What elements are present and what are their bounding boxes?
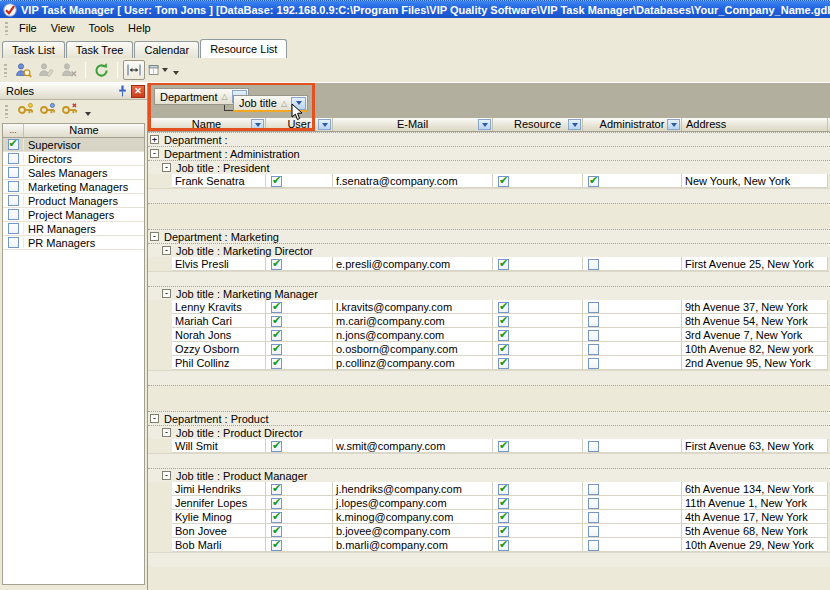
cell-user[interactable]	[266, 356, 333, 370]
department-group-row[interactable]: +Department :	[148, 132, 830, 146]
administrator-checkbox[interactable]	[588, 344, 599, 355]
user-checkbox[interactable]	[271, 176, 282, 187]
cell-resource[interactable]	[493, 356, 583, 370]
administrator-checkbox[interactable]	[588, 441, 599, 452]
tab-calendar[interactable]: Calendar	[134, 41, 199, 58]
column-header-name[interactable]: Name	[148, 118, 266, 131]
cell-administrator[interactable]	[583, 510, 682, 524]
cell-administrator[interactable]	[583, 524, 682, 538]
cell-email[interactable]: p.collinz@company.com	[333, 356, 493, 370]
menu-grip[interactable]	[5, 22, 8, 35]
cell-administrator[interactable]	[583, 174, 682, 188]
resource-row[interactable]: Ozzy Osborno.osborn@company.com10th Aven…	[148, 342, 830, 356]
menu-tools[interactable]: Tools	[81, 20, 121, 36]
cell-name[interactable]: Elvis Presli	[172, 257, 266, 271]
cell-name[interactable]: Phil Collinz	[172, 356, 266, 370]
user-checkbox[interactable]	[271, 441, 282, 452]
role-list-item[interactable]: Sales Managers	[3, 166, 144, 180]
cell-name[interactable]: Kylie Minog	[172, 510, 266, 524]
tab-task-list[interactable]: Task List	[2, 41, 65, 58]
expand-icon[interactable]: +	[150, 135, 159, 144]
role-list-item[interactable]: Project Managers	[3, 208, 144, 222]
cell-administrator[interactable]	[583, 356, 682, 370]
cell-email[interactable]: j.hendriks@company.com	[333, 482, 493, 496]
resource-row[interactable]: Jimi Hendriksj.hendriks@company.com6th A…	[148, 482, 830, 496]
cell-resource[interactable]	[493, 538, 583, 552]
role-checkbox[interactable]	[8, 209, 19, 220]
resource-checkbox[interactable]	[498, 441, 509, 452]
role-list-item[interactable]: HR Managers	[3, 222, 144, 236]
roles-overflow-icon[interactable]	[85, 112, 91, 116]
cell-administrator[interactable]	[583, 482, 682, 496]
resource-checkbox[interactable]	[498, 526, 509, 537]
close-icon[interactable]: ✕	[131, 85, 145, 98]
cell-administrator[interactable]	[583, 439, 682, 453]
user-checkbox[interactable]	[271, 498, 282, 509]
column-filter-dropdown-icon[interactable]	[251, 119, 264, 130]
resource-row[interactable]: Kylie Minogk.minog@company.com4th Avenue…	[148, 510, 830, 524]
resource-row[interactable]: Bon Joveeb.jovee@company.com5th Avenue 6…	[148, 524, 830, 538]
collapse-icon[interactable]: -	[162, 289, 171, 298]
pin-icon[interactable]	[115, 84, 129, 98]
cell-address[interactable]: 11th Avenue 1, New York	[682, 496, 828, 510]
cell-address[interactable]: 5th Avenue 68, New York	[682, 524, 828, 538]
cell-user[interactable]	[266, 300, 333, 314]
delete-role-icon[interactable]	[61, 102, 78, 120]
cell-email[interactable]: b.marli@company.com	[333, 538, 493, 552]
column-header-user[interactable]: User	[266, 118, 333, 131]
column-header-address[interactable]: Address	[682, 118, 828, 131]
cell-user[interactable]	[266, 328, 333, 342]
cell-email[interactable]: b.jovee@company.com	[333, 524, 493, 538]
cell-name[interactable]: Norah Jons	[172, 328, 266, 342]
cell-address[interactable]: 8th Avenue 54, New York	[682, 314, 828, 328]
resource-checkbox[interactable]	[498, 512, 509, 523]
cell-address[interactable]: 6th Avenue 134, New York	[682, 482, 828, 496]
roles-toolbar-grip[interactable]	[5, 105, 8, 118]
toolbar-grip[interactable]	[4, 64, 7, 77]
department-group-row[interactable]: -Department : Marketing	[148, 229, 830, 243]
cell-email[interactable]: j.lopes@company.com	[333, 496, 493, 510]
resource-row[interactable]: Mariah Carim.cari@company.com8th Avenue …	[148, 314, 830, 328]
role-list-item[interactable]: Directors	[3, 152, 144, 166]
role-checkbox[interactable]	[8, 195, 19, 206]
job-title-group-row[interactable]: -Job title : Marketing Director	[148, 243, 830, 257]
resource-checkbox[interactable]	[498, 302, 509, 313]
cell-user[interactable]	[266, 342, 333, 356]
role-checkbox[interactable]	[8, 181, 19, 192]
user-checkbox[interactable]	[271, 259, 282, 270]
resource-checkbox[interactable]	[498, 176, 509, 187]
collapse-icon[interactable]: -	[150, 232, 159, 241]
column-header-email[interactable]: E-Mail	[333, 118, 493, 131]
cell-resource[interactable]	[493, 496, 583, 510]
cell-resource[interactable]	[493, 439, 583, 453]
cell-name[interactable]: Will Smit	[172, 439, 266, 453]
cell-administrator[interactable]	[583, 300, 682, 314]
cell-user[interactable]	[266, 174, 333, 188]
role-checkbox[interactable]	[8, 223, 19, 234]
delete-resource-icon[interactable]	[59, 60, 80, 80]
cell-address[interactable]: 10th Avenue 82, New york	[682, 342, 828, 356]
cell-name[interactable]: Ozzy Osborn	[172, 342, 266, 356]
user-checkbox[interactable]	[271, 358, 282, 369]
cell-name[interactable]: Jennifer Lopes	[172, 496, 266, 510]
resource-row[interactable]: Will Smitw.smit@company.comFirst Avenue …	[148, 439, 830, 453]
toolbar-overflow-icon[interactable]	[173, 71, 179, 75]
cell-user[interactable]	[266, 257, 333, 271]
administrator-checkbox[interactable]	[588, 498, 599, 509]
resource-checkbox[interactable]	[498, 498, 509, 509]
cell-name[interactable]: Jimi Hendriks	[172, 482, 266, 496]
job-title-group-row[interactable]: -Job title : Product Manager	[148, 468, 830, 482]
cell-name[interactable]: Bob Marli	[172, 538, 266, 552]
administrator-checkbox[interactable]	[588, 330, 599, 341]
cell-resource[interactable]	[493, 328, 583, 342]
cell-address[interactable]: First Avenue 25, New York	[682, 257, 828, 271]
column-header-administrator[interactable]: Administrator	[583, 118, 682, 131]
group-box-job-title[interactable]: Job title △	[233, 95, 308, 112]
group-by-panel[interactable]: Department △ Job title △	[148, 83, 830, 118]
cell-resource[interactable]	[493, 174, 583, 188]
cell-email[interactable]: l.kravits@company.com	[333, 300, 493, 314]
user-checkbox[interactable]	[271, 484, 282, 495]
role-checkbox[interactable]	[8, 237, 19, 248]
collapse-icon[interactable]: -	[162, 246, 171, 255]
collapse-icon[interactable]: -	[162, 471, 171, 480]
